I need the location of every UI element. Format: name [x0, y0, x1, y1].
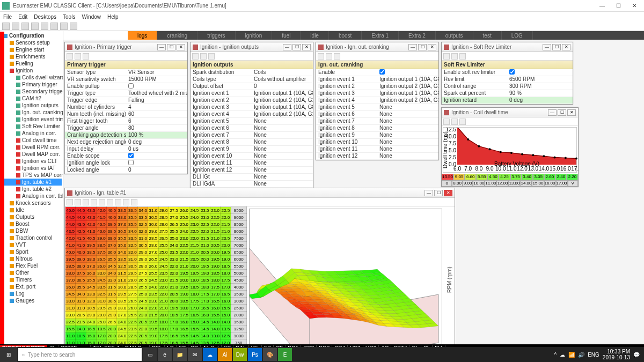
taskbar-search[interactable]: ○ Type here to search — [18, 348, 142, 361]
tray-clock[interactable]: 10:33 PM2019-10-13 — [603, 349, 630, 360]
ign-cell[interactable]: 38.0 — [86, 256, 96, 263]
ign-cell[interactable]: 23.5 — [148, 291, 158, 298]
tab-boost[interactable]: boost — [329, 31, 362, 40]
grid-row[interactable]: Trigger edgeFalling — [65, 97, 187, 104]
grid-row[interactable]: Ignition event 10None — [316, 139, 438, 146]
panel-tool-icon[interactable] — [67, 199, 73, 205]
ign-cell[interactable]: 20.5 — [137, 333, 148, 339]
taskbar-app-icon[interactable]: Dw — [233, 348, 247, 361]
ign-cell[interactable]: 16.0 — [221, 298, 231, 305]
dwell-cell[interactable]: 9.05 — [453, 174, 465, 180]
ign-cell[interactable]: 38.0 — [65, 270, 76, 277]
tab-ignition[interactable]: ignition — [236, 31, 273, 40]
ign-cell[interactable]: 28.5 — [76, 312, 86, 319]
ign-cell[interactable]: 18.0 — [158, 319, 169, 326]
grid-value[interactable]: Ignition output 2 (10A, G16) — [377, 83, 438, 90]
grid-value[interactable]: Toothed wheel with 2 missing te — [126, 90, 187, 97]
grid-row[interactable]: Ignition event 9None — [191, 146, 313, 153]
tool-folder-icon[interactable] — [21, 23, 29, 30]
grid-row[interactable]: First trigger tooth6 — [65, 118, 187, 125]
grid-row[interactable]: Enable scope — [65, 153, 187, 160]
ign-cell[interactable]: 20.0 — [158, 312, 169, 319]
ign-cell[interactable]: 34.0 — [137, 207, 148, 214]
ign-cell[interactable]: 16.5 — [221, 291, 231, 298]
ign-cell[interactable]: 21.5 — [200, 235, 210, 242]
taskbar-app-icon[interactable]: ✉ — [188, 348, 202, 361]
ign-cell[interactable]: 22.0 — [137, 326, 148, 333]
ign-cell[interactable]: 16.5 — [200, 305, 210, 312]
ign-cell[interactable]: 20.5 — [137, 319, 148, 326]
grid-value[interactable]: None — [252, 132, 313, 138]
grid-row[interactable]: Ignition event 8None — [191, 139, 313, 146]
ign-cell[interactable]: 40.5 — [107, 207, 117, 214]
ign-cell[interactable]: 30.5 — [137, 242, 148, 249]
grid-value[interactable]: Ignition output 2 (10A, G16) — [252, 111, 313, 117]
dwell-cell[interactable]: V — [568, 180, 578, 187]
ign-cell[interactable]: 25.0 — [169, 235, 179, 242]
ign-cell[interactable]: 30.0 — [117, 284, 127, 291]
ign-cell[interactable]: 34.0 — [117, 249, 127, 256]
ign-cell[interactable]: 15.5 — [210, 312, 220, 319]
ign-cell[interactable]: 40.0 — [65, 249, 76, 256]
ign-cell[interactable]: 21.0 — [158, 298, 169, 305]
tab-idle[interactable]: idle — [301, 31, 329, 40]
panel-close-button[interactable]: ✕ — [302, 44, 311, 50]
dwell-cell[interactable]: 2.20 — [567, 174, 578, 180]
grid-value[interactable]: 90 % — [507, 90, 573, 97]
ign-cell[interactable]: 23.0 — [179, 235, 189, 242]
ign-cell[interactable]: 17.5 — [189, 298, 200, 305]
ign-cell[interactable]: 17.0 — [189, 305, 200, 312]
tree-dbw[interactable]: DBW — [1, 227, 62, 234]
ign-cell[interactable]: 21.0 — [158, 305, 169, 312]
ign-cell[interactable]: 26.5 — [127, 298, 137, 305]
ign-cell[interactable]: 22.0 — [179, 249, 189, 256]
taskbar-app-icon[interactable]: E — [278, 348, 292, 361]
ign-cell[interactable]: 25.5 — [158, 242, 169, 249]
ign-cell[interactable]: 40.5 — [96, 221, 106, 228]
ign-cell[interactable]: 24.5 — [189, 207, 200, 214]
ign-cell[interactable]: 16.5 — [189, 312, 200, 319]
ign-cell[interactable]: 21.0 — [200, 242, 210, 249]
tray-lang[interactable]: ENG — [588, 352, 599, 358]
ign-cell[interactable]: 19.0 — [210, 263, 220, 270]
ign-cell[interactable]: 36.5 — [96, 256, 106, 263]
tool-cross-icon[interactable] — [60, 23, 68, 30]
ign-cell[interactable]: 18.0 — [189, 291, 200, 298]
panel-min-button[interactable]: — — [408, 44, 417, 50]
ign-cell[interactable]: 10.5 — [76, 333, 86, 339]
ign-table[interactable]: 45.044.543.542.040.538.536.534.031.029.0… — [65, 206, 247, 353]
ign-cell[interactable]: 23.5 — [169, 249, 179, 256]
ign-cell[interactable]: 23.0 — [200, 214, 210, 221]
ign-cell[interactable]: 24.0 — [169, 242, 179, 249]
tab-triggers[interactable]: triggers — [197, 31, 235, 40]
ign-cell[interactable]: 20.0 — [200, 256, 210, 263]
ign-cell[interactable]: 28.0 — [65, 312, 76, 319]
ign-cell[interactable]: 35.5 — [117, 235, 127, 242]
ign-cell[interactable]: 44.0 — [76, 214, 86, 221]
ign-cell[interactable]: 22.5 — [127, 333, 137, 339]
ign-cell[interactable]: 29.5 — [96, 305, 106, 312]
panel-min-button[interactable]: — — [543, 44, 551, 50]
ign-cell[interactable]: 29.0 — [137, 249, 148, 256]
ign-cell[interactable]: 26.5 — [158, 235, 169, 242]
close-button[interactable]: ✕ — [627, 1, 642, 11]
tree-ign--out--cranking[interactable]: Ign. out. cranking — [1, 109, 62, 116]
tool-wrench-icon[interactable] — [50, 23, 58, 30]
menu-file[interactable]: File — [3, 14, 12, 20]
ign-cell[interactable]: 31.5 — [107, 284, 117, 291]
ign-cell[interactable]: 14.5 — [189, 333, 200, 339]
grid-value[interactable]: None — [252, 181, 313, 187]
ign-cell[interactable]: 45.0 — [65, 207, 76, 214]
tree-sensors-setup[interactable]: Sensors setup — [1, 39, 62, 46]
menu-tools[interactable]: Tools — [63, 14, 75, 20]
ign-cell[interactable]: 15.0 — [86, 333, 96, 339]
ign-cell[interactable]: 22.0 — [158, 291, 169, 298]
ign-cell[interactable]: 39.0 — [76, 256, 86, 263]
ign-cell[interactable]: 23.5 — [158, 270, 169, 277]
grid-value[interactable]: Ignition output 1 (10A, G8) — [252, 90, 313, 97]
ign-cell[interactable]: 20.0 — [210, 249, 220, 256]
grid-row[interactable]: Num teeth (incl. missing)60 — [65, 111, 187, 118]
tree-ignition-vs-iat[interactable]: Ignition vs IAT — [1, 165, 62, 172]
ign-cell[interactable]: 16.5 — [179, 326, 189, 333]
ign-cell[interactable]: 28.5 — [127, 284, 137, 291]
